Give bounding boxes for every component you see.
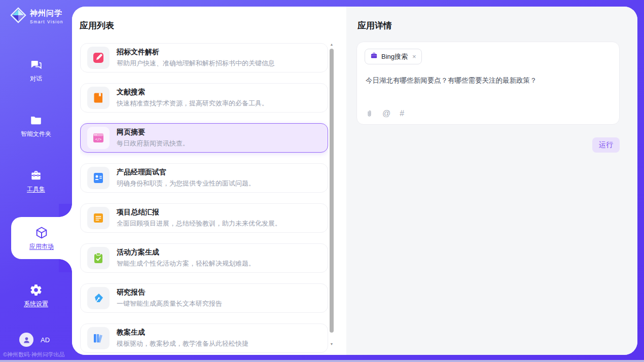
sidebar-item-label: 智能文件夹 (21, 130, 51, 138)
prompt-input-card[interactable]: Bing搜索 × 今日湖北有哪些新闻要点？有哪些需要关注的最新政策？ @# (356, 42, 620, 125)
toolbox-icon (29, 169, 43, 182)
user-account[interactable]: AD (19, 333, 50, 347)
brand-subtitle: Smart Vision (30, 19, 63, 24)
copyright-text: ©神州数码·神州问学出品 (3, 351, 65, 358)
app-card-title: 招标文件解析 (117, 48, 275, 57)
app-card-title: 项目总结汇报 (117, 208, 281, 217)
main-content-card: 应用列表 招标文件解析 帮助用户快速、准确地理解和解析招标书中的关键信息 文献搜… (72, 7, 637, 355)
app-details-title: 应用详情 (357, 20, 392, 31)
sidebar-item-toolkit[interactable]: 工具集 (0, 162, 72, 200)
sidebar-item-label: 系统设置 (24, 300, 48, 308)
app-card-title: 教案生成 (117, 328, 248, 337)
brand-title: 神州问学 (30, 9, 63, 18)
sidebar-item-label: 对话 (30, 75, 42, 83)
app-cards-container: 招标文件解析 帮助用户快速、准确地理解和解析招标书中的关键信息 文献搜索 快速精… (80, 43, 328, 355)
scrollbar-thumb[interactable] (330, 49, 334, 333)
gear-icon (29, 283, 43, 297)
sidebar-item-chat[interactable]: 对话 (0, 51, 72, 89)
chat-icon (29, 58, 43, 71)
chip-close-icon[interactable]: × (412, 53, 416, 60)
books-icon (87, 327, 110, 349)
app-list-title: 应用列表 (80, 20, 114, 31)
book-icon (87, 87, 110, 109)
app-card-title: 文献搜索 (117, 88, 268, 97)
hash-icon[interactable]: # (400, 109, 404, 118)
app-card-description: 明确身份和职责，为您提供专业性的面试问题。 (117, 179, 255, 188)
app-card[interactable]: 项目总结汇报 全面回顾项目进展，总结经验教训，助力未来优化发展。 (80, 203, 328, 233)
tool-chip-label: Bing搜索 (381, 52, 408, 61)
app-card-description: 每日政府新闻资讯快查。 (117, 139, 189, 148)
app-card-description: 全面回顾项目进展，总结经验教训，助力未来优化发展。 (117, 219, 281, 228)
svg-text:</>: </> (95, 137, 102, 141)
attachment-toolbar: @# (366, 109, 404, 118)
cube-icon (34, 226, 49, 239)
browser-code-icon: </> (87, 127, 110, 149)
sidebar-item-settings[interactable]: 系统设置 (0, 276, 72, 314)
app-card[interactable]: 研究报告 一键智能生成高质量长文本研究报告 (80, 283, 328, 313)
app-card[interactable]: 活动方案生成 智能生成个性化活动方案，轻松解决规划难题。 (80, 243, 328, 273)
ink-pen-icon (87, 287, 110, 309)
briefcase-icon (370, 52, 378, 61)
app-details-panel: 应用详情 Bing搜索 × 今日湖北有哪些新闻要点？有哪些需要关注的最新政策？ … (346, 7, 637, 355)
brand-logo: 神州问学 Smart Vision (10, 7, 63, 25)
app-card[interactable]: 招标文件解析 帮助用户快速、准确地理解和解析招标书中的关键信息 (80, 43, 328, 73)
app-card-description: 智能生成个性化活动方案，轻松解决规划难题。 (117, 259, 255, 268)
app-card-description: 一键智能生成高质量长文本研究报告 (117, 299, 222, 308)
app-list-panel: 应用列表 招标文件解析 帮助用户快速、准确地理解和解析招标书中的关键信息 文献搜… (72, 7, 346, 355)
paperclip-icon[interactable] (366, 109, 373, 118)
diamond-logo-icon (10, 7, 26, 25)
resume-icon (87, 167, 110, 189)
sidebar-nav: 对话 智能文件夹 工具集 应用市场 系统设置 (0, 51, 72, 314)
sidebar-item-market[interactable]: 应用市场 (11, 217, 72, 259)
app-list-scrollbar[interactable]: ▲ ▼ (329, 42, 334, 347)
note-icon (87, 207, 110, 229)
tool-chip-bing-search[interactable]: Bing搜索 × (365, 49, 422, 64)
app-card-description: 帮助用户快速、准确地理解和解析招标书中的关键信息 (117, 59, 275, 68)
scrollbar-up-arrow-icon[interactable]: ▲ (329, 42, 334, 47)
app-card[interactable]: 文献搜索 快速精准查找学术资源，提高研究效率的必备工具。 (80, 83, 328, 113)
app-card-title: 网页摘要 (117, 128, 189, 137)
app-card[interactable]: </> 网页摘要 每日政府新闻资讯快查。 (80, 123, 328, 153)
app-card[interactable]: 教案生成 模板驱动，教案秒成，教学准备从此轻松快捷 (80, 323, 328, 353)
prompt-text[interactable]: 今日湖北有哪些新闻要点？有哪些需要关注的最新政策？ (366, 76, 611, 86)
sidebar-item-folders[interactable]: 智能文件夹 (0, 106, 72, 144)
scrollbar-down-arrow-icon[interactable]: ▼ (329, 342, 334, 347)
app-card-description: 快速精准查找学术资源，提高研究效率的必备工具。 (117, 99, 268, 108)
at-icon[interactable]: @ (382, 109, 390, 118)
sidebar-item-label: 工具集 (27, 185, 45, 194)
app-card-description: 模板驱动，教案秒成，教学准备从此轻松快捷 (117, 339, 248, 348)
app-card-title: 活动方案生成 (117, 248, 255, 257)
run-button[interactable]: 运行 (592, 137, 620, 153)
app-card[interactable]: 产品经理面试官 明确身份和职责，为您提供专业性的面试问题。 (80, 163, 328, 193)
user-avatar-icon (19, 333, 33, 347)
sidebar-item-label: 应用市场 (29, 242, 54, 251)
clipboard-check-icon (87, 247, 110, 269)
app-card-title: 研究报告 (117, 288, 222, 297)
sidebar: 神州问学 Smart Vision 对话 智能文件夹 工具集 应用市场 系统设置… (0, 0, 72, 362)
app-card-title: 产品经理面试官 (117, 168, 255, 177)
user-initials: AD (41, 336, 50, 344)
pen-square-icon (87, 47, 110, 69)
folder-icon (29, 114, 43, 127)
